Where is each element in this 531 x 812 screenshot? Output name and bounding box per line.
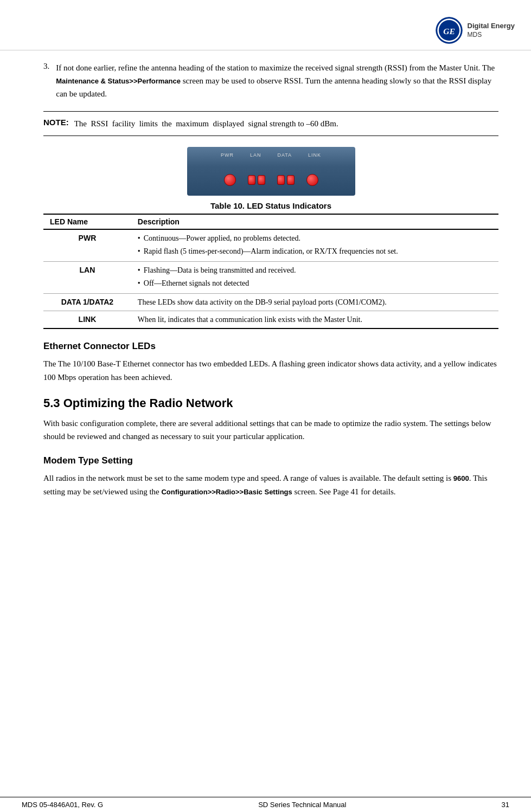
bullet-dot: • — [138, 265, 140, 276]
step-3-section: 3. If not done earlier, refine the anten… — [43, 61, 498, 100]
led-name-lan: LAN — [43, 262, 131, 294]
led-desc-pwr: • Continuous—Power applied, no problems … — [131, 229, 498, 262]
section-5-3-heading: 5.3 Optimizing the Radio Network — [43, 396, 498, 410]
led-label-row: PWR LAN DATA LINK — [221, 152, 321, 158]
bullet-item: • Continuous—Power applied, no problems … — [138, 233, 492, 244]
bullet-text: Continuous—Power applied, no problems de… — [144, 233, 300, 244]
footer-right: 31 — [502, 801, 509, 809]
led-desc-data: These LEDs show data activity on the DB-… — [131, 294, 498, 311]
ethernet-paragraph: The The 10/100 Base-T Ethernet connector… — [43, 357, 498, 384]
table-row: LINK When lit, indicates that a communic… — [43, 311, 498, 329]
led-name-pwr: PWR — [43, 229, 131, 262]
data-label: DATA — [277, 152, 292, 158]
link-label: LINK — [308, 152, 321, 158]
link-led — [306, 174, 318, 186]
led-desc-lan: • Flashing—Data is being transmitted and… — [131, 262, 498, 294]
bullet-dot: • — [138, 233, 140, 244]
logo-text: Digital Energy MDS — [468, 22, 515, 39]
led-image-container: PWR LAN DATA LINK — [43, 147, 498, 196]
step-text: If not done earlier, refine the antenna … — [56, 61, 498, 100]
menu-reference: Maintenance & Status>>Performance — [56, 77, 181, 85]
col-description: Description — [131, 214, 498, 229]
footer-center: SD Series Technical Manual — [258, 801, 346, 809]
led-panel-image: PWR LAN DATA LINK — [187, 147, 355, 196]
section-5-3-paragraph: With basic configuration complete, there… — [43, 417, 498, 444]
lan-led2 — [258, 175, 265, 185]
bullet-dot: • — [138, 246, 140, 257]
led-name-data: DATA 1/DATA2 — [43, 294, 131, 311]
page-header: GE Digital Energy MDS — [0, 11, 531, 50]
bullet-item: • Rapid flash (5 times-per-second)—Alarm… — [138, 246, 492, 257]
bullet-text: Off—Ethernet signals not detected — [144, 278, 249, 289]
table-row: LAN • Flashing—Data is being transmitted… — [43, 262, 498, 294]
default-value: 9600 — [453, 474, 469, 482]
svg-text:GE: GE — [443, 27, 455, 36]
lan-led — [248, 175, 255, 185]
data1-led — [277, 175, 285, 185]
table-title: Table 10. LED Status Indicators — [43, 201, 498, 210]
led-desc-link: When lit, indicates that a communication… — [131, 311, 498, 329]
led-table: LED Name Description PWR • Continuous—Po… — [43, 214, 498, 329]
pwr-led — [224, 174, 236, 186]
bullet-dot: • — [138, 278, 140, 289]
pwr-label: PWR — [221, 152, 234, 158]
step-number: 3. — [43, 61, 49, 100]
ge-logo-icon: GE — [435, 16, 463, 44]
page-footer: MDS 05-4846A01, Rev. G SD Series Technic… — [0, 797, 531, 812]
bullet-item: • Off—Ethernet signals not detected — [138, 278, 492, 289]
footer-left: MDS 05-4846A01, Rev. G — [22, 801, 103, 809]
bullet-item: • Flashing—Data is being transmitted and… — [138, 265, 492, 276]
table-row: PWR • Continuous—Power applied, no probl… — [43, 229, 498, 262]
eth-paragraph-text: The 10/100 Base-T Ethernet connector has… — [43, 359, 497, 382]
lan-led-group — [248, 175, 265, 185]
led-indicators — [224, 174, 318, 186]
modem-heading: Modem Type Setting — [43, 455, 498, 466]
bullet-text: Rapid flash (5 times-per-second)—Alarm i… — [144, 246, 398, 257]
note-box: NOTE: The RSSI facility limits the maxim… — [43, 111, 498, 136]
data-led-group — [277, 175, 295, 185]
note-label: NOTE: — [43, 117, 69, 127]
note-text: The RSSI facility limits the maximum dis… — [74, 117, 338, 130]
col-led-name: LED Name — [43, 214, 131, 229]
config-menu-reference: Configuration>>Radio>>Basic Settings — [161, 488, 292, 496]
ethernet-heading: Ethernet Connector LEDs — [43, 341, 498, 352]
logo-area: GE Digital Energy MDS — [435, 16, 515, 44]
page-wrapper: GE Digital Energy MDS 3. If not done ear… — [0, 0, 531, 812]
bullet-text: Flashing—Data is being transmitted and r… — [144, 265, 296, 276]
modem-paragraph: All radios in the network must be set to… — [43, 472, 498, 499]
led-name-link: LINK — [43, 311, 131, 329]
main-content: 3. If not done earlier, refine the anten… — [0, 56, 531, 518]
lan-label: LAN — [250, 152, 261, 158]
brand-name: Digital Energy — [468, 22, 515, 31]
table-row: DATA 1/DATA2 These LEDs show data activi… — [43, 294, 498, 311]
brand-sub: MDS — [468, 31, 515, 40]
eth-text-the: The — [43, 359, 58, 368]
data2-led — [287, 175, 295, 185]
